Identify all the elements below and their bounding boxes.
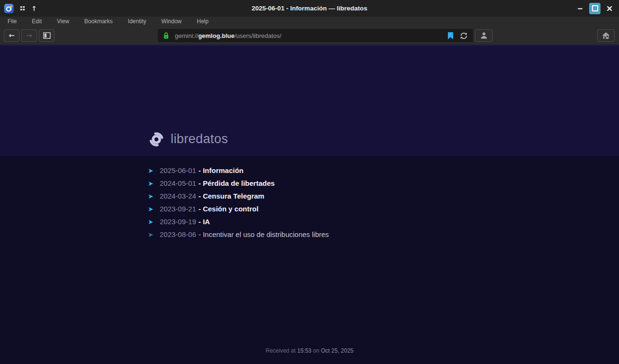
link-date: 2024-03-24 (160, 192, 196, 200)
browser-window: ↑ 2025-06-01 - Información — libredatos … (0, 0, 619, 364)
forward-button[interactable]: → (21, 29, 37, 42)
up-arrow-icon[interactable]: ↑ (31, 5, 37, 12)
gemlog-link[interactable]: ➤ 2024-05-01 - Pérdida de libertades (148, 177, 471, 190)
link-date: 2023-09-19 (160, 218, 196, 226)
received-timestamp: Received at 15:53 on Oct 25, 2025 (0, 347, 619, 354)
titlebar: ↑ 2025-06-01 - Información — libredatos (0, 0, 619, 17)
site-title: libredatos (171, 132, 228, 146)
link-title: - IA (199, 218, 210, 226)
menu-identity[interactable]: Identity (120, 17, 154, 27)
menu-file[interactable]: File (0, 17, 24, 27)
maximize-icon (592, 5, 598, 11)
menu-edit[interactable]: Edit (24, 17, 49, 27)
menubar: File Edit View Bookmarks Identity Window… (0, 17, 619, 27)
maximize-button[interactable] (589, 3, 601, 14)
received-time: 15:53 (297, 347, 311, 354)
link-date: 2023-09-21 (160, 205, 196, 213)
link-title: - Pérdida de libertades (199, 179, 275, 187)
link-arrow-icon: ➤ (148, 206, 160, 212)
forward-arrow-icon: → (26, 32, 32, 39)
menu-view[interactable]: View (49, 17, 77, 27)
menu-help[interactable]: Help (189, 17, 216, 27)
url-scheme: gemini:// (175, 32, 198, 39)
link-title: - Incentivar el uso de distribuciones li… (199, 230, 329, 238)
gemlog-link[interactable]: ➤ 2024-03-24 - Censura Telegram (148, 190, 471, 202)
link-date: 2024-05-01 (160, 179, 196, 187)
back-arrow-icon: ← (9, 32, 15, 39)
url-bar[interactable]: gemini://gemlog.blue/users/libredatos/ (158, 29, 473, 42)
url-path: /users/libredatos/ (235, 32, 282, 39)
site-banner: libredatos (0, 46, 619, 156)
link-title: - Censura Telegram (199, 192, 264, 200)
window-grid-icon[interactable] (20, 4, 25, 13)
link-date: 2023-08-06 (160, 230, 196, 238)
home-icon (602, 32, 610, 39)
sidebar-toggle-button[interactable] (39, 29, 55, 42)
url-text[interactable]: gemini://gemlog.blue/users/libredatos/ (175, 32, 282, 39)
refresh-icon[interactable] (460, 32, 468, 40)
received-date: Oct 25, 2025 (321, 347, 354, 354)
received-label: Received at (265, 347, 295, 354)
link-title: - Información (199, 166, 244, 174)
page-content: libredatos ➤ 2025-06-01 - Información ➤ … (0, 45, 619, 364)
link-date: 2025-06-01 (160, 166, 196, 174)
menu-window[interactable]: Window (154, 17, 190, 27)
window-title: 2025-06-01 - Información — libredatos (0, 5, 619, 12)
received-on-label: on (313, 347, 319, 354)
navigation-toolbar: ← → gemini://gemlog.blue/users/libredato… (0, 27, 619, 45)
lock-icon (163, 32, 169, 39)
app-logo-icon (4, 4, 14, 13)
minimize-button[interactable] (574, 3, 586, 14)
link-arrow-icon: ➤ (148, 180, 160, 187)
menu-bookmarks[interactable]: Bookmarks (77, 17, 120, 27)
gemlog-link[interactable]: ➤ 2023-09-21 - Cesión y control (148, 202, 471, 215)
gemlog-link-visited[interactable]: ➤ 2023-08-06 - Incentivar el uso de dist… (148, 228, 471, 241)
person-icon (480, 32, 488, 39)
cyclone-icon (149, 132, 164, 146)
bookmark-icon[interactable] (447, 32, 454, 40)
link-arrow-icon: ➤ (148, 231, 160, 238)
sidebar-icon (43, 32, 51, 39)
url-host: gemlog.blue (198, 32, 235, 39)
link-arrow-icon: ➤ (148, 218, 160, 225)
link-title: - Cesión y control (199, 205, 259, 213)
close-button[interactable] (604, 3, 615, 14)
gemlog-link[interactable]: ➤ 2023-09-19 - IA (148, 215, 471, 228)
gemlog-link[interactable]: ➤ 2025-06-01 - Información (148, 164, 471, 177)
identity-button[interactable] (475, 29, 492, 42)
link-arrow-icon: ➤ (148, 167, 160, 174)
home-button[interactable] (597, 29, 615, 42)
link-arrow-icon: ➤ (148, 193, 160, 200)
back-button[interactable]: ← (4, 29, 19, 42)
link-list: ➤ 2025-06-01 - Información ➤ 2024-05-01 … (148, 156, 471, 241)
